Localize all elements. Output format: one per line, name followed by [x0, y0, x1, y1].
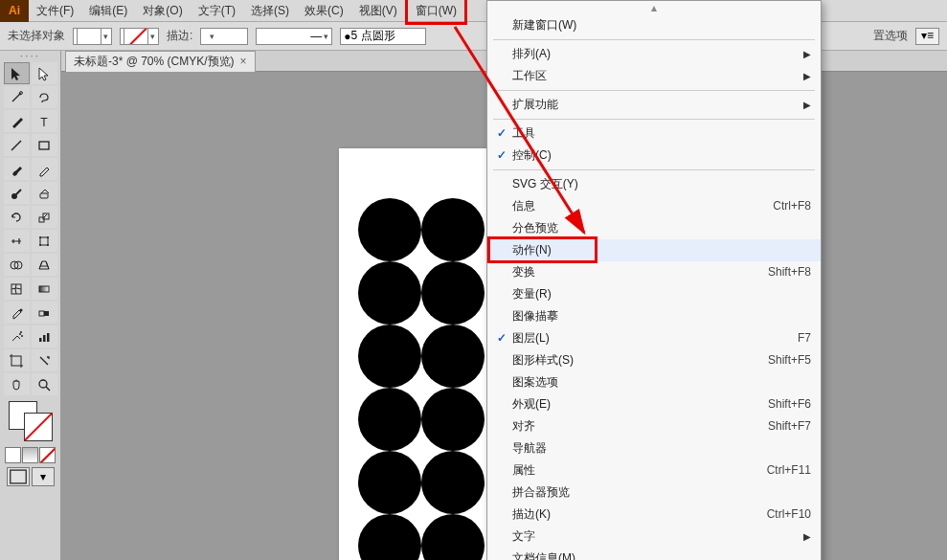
tool-scale[interactable] — [32, 206, 57, 228]
color-mode-none[interactable] — [39, 447, 56, 463]
tool-direct-selection[interactable] — [32, 62, 57, 84]
menu-item[interactable]: 对齐Shift+F7 — [487, 415, 821, 437]
dropdown-handle: ▴ — [487, 5, 821, 14]
menu-item-accel: Ctrl+F10 — [767, 505, 811, 524]
menu-select[interactable]: 选择(S) — [243, 0, 297, 22]
menu-item[interactable]: 图像描摹 — [487, 305, 821, 327]
menu-item-label: 图案选项 — [512, 373, 811, 392]
tool-rotate[interactable] — [4, 206, 30, 228]
fill-stroke-swatch[interactable] — [5, 401, 56, 443]
menu-type[interactable]: 文字(T) — [191, 0, 243, 22]
menu-item-label: 属性 — [512, 461, 767, 480]
tool-zoom[interactable] — [32, 373, 57, 395]
menu-view[interactable]: 视图(V) — [351, 0, 405, 22]
canvas-circle — [358, 388, 421, 451]
menu-edit[interactable]: 编辑(E) — [81, 0, 135, 22]
menu-file[interactable]: 文件(F) — [29, 0, 81, 22]
panel-handle[interactable] — [11, 55, 50, 60]
menu-item-label: 导航器 — [512, 439, 811, 458]
stroke-color-box[interactable] — [24, 413, 53, 441]
menu-item-accel: F7 — [798, 329, 811, 347]
stroke-swatch-dd[interactable]: ▾ — [120, 28, 159, 45]
tool-blend[interactable] — [32, 302, 57, 324]
canvas-circle — [358, 325, 421, 388]
tool-pen[interactable] — [4, 110, 30, 132]
svg-line-31 — [455, 27, 584, 233]
menu-window[interactable]: 窗口(W) — [405, 0, 467, 25]
menu-item[interactable]: 变换Shift+F8 — [487, 261, 821, 283]
menu-item[interactable]: 变量(R) — [487, 283, 821, 305]
tool-line[interactable] — [4, 134, 30, 156]
color-mode-gradient[interactable] — [22, 447, 38, 463]
tool-selection[interactable] — [4, 62, 30, 84]
fill-swatch-dd[interactable]: ▾ — [73, 28, 112, 45]
ctrl-placement-label: 置选项 — [873, 28, 908, 44]
canvas-circle — [421, 388, 485, 451]
svg-rect-17 — [39, 286, 49, 292]
submenu-arrow-icon: ▶ — [803, 67, 811, 85]
menu-item[interactable]: 导航器 — [487, 437, 821, 459]
tool-artboard[interactable] — [4, 349, 30, 371]
stroke-weight[interactable]: ▾ — [200, 28, 248, 45]
menu-item-label: 文档信息(M) — [512, 549, 811, 560]
tool-free-transform[interactable] — [32, 230, 57, 252]
tool-slice[interactable] — [32, 349, 57, 371]
color-mode-solid[interactable] — [5, 447, 21, 463]
menu-item-accel: Shift+F5 — [768, 351, 811, 370]
canvas-circle — [358, 451, 421, 514]
ctrl-more[interactable]: ▾≡ — [915, 28, 939, 45]
tool-hand[interactable] — [4, 373, 30, 395]
tool-blob-brush[interactable] — [4, 182, 30, 204]
doc-tab[interactable]: 未标题-3* @ 70% (CMYK/预览) × — [65, 51, 256, 72]
tool-shape-builder[interactable] — [4, 254, 30, 276]
tool-magic-wand[interactable] — [4, 86, 30, 108]
menu-item[interactable]: ✓图层(L)F7 — [487, 327, 821, 349]
menu-item-accel: Ctrl+F11 — [767, 461, 811, 480]
svg-point-10 — [39, 236, 41, 238]
menu-object[interactable]: 对象(O) — [135, 0, 190, 22]
tool-pencil[interactable] — [32, 158, 57, 180]
svg-text:T: T — [40, 116, 48, 129]
svg-point-21 — [19, 333, 21, 335]
menu-item[interactable]: 属性Ctrl+F11 — [487, 459, 821, 482]
svg-rect-20 — [44, 311, 49, 316]
tool-perspective[interactable] — [32, 254, 57, 276]
tools-panel: T ▾ — [0, 51, 61, 560]
menu-item[interactable]: 外观(E)Shift+F6 — [487, 393, 821, 415]
menu-item[interactable]: 文字▶ — [487, 526, 821, 548]
tool-width[interactable] — [4, 230, 30, 252]
menu-item[interactable]: 描边(K)Ctrl+F10 — [487, 504, 821, 526]
svg-rect-9 — [40, 237, 48, 245]
submenu-arrow-icon: ▶ — [803, 527, 811, 546]
screen-mode-normal[interactable] — [7, 467, 30, 486]
tool-eyedropper[interactable] — [4, 302, 30, 324]
tool-paintbrush[interactable] — [4, 158, 30, 180]
menu-effect[interactable]: 效果(C) — [297, 0, 351, 22]
canvas-circle — [421, 261, 485, 325]
stroke-profile[interactable]: —▾ — [256, 28, 332, 45]
tool-type[interactable]: T — [32, 110, 57, 132]
svg-point-12 — [39, 244, 41, 246]
stroke-label: 描边: — [167, 28, 192, 44]
tool-lasso[interactable] — [32, 86, 57, 108]
close-icon[interactable]: × — [240, 55, 247, 68]
doc-tab-title: 未标题-3* @ 70% (CMYK/预览) — [74, 54, 235, 70]
brush-def[interactable]: ● 5 点圆形 — [340, 28, 426, 45]
menu-item[interactable]: 图案选项 — [487, 371, 821, 393]
tool-mesh[interactable] — [4, 278, 30, 300]
menu-item-label: 对齐 — [512, 417, 768, 436]
screen-mode-dd[interactable]: ▾ — [32, 467, 55, 486]
menu-item-label: 图像描摹 — [512, 307, 811, 325]
screen-mode-row: ▾ — [7, 467, 55, 486]
menu-item[interactable]: 文档信息(M) — [487, 548, 821, 560]
canvas-circle — [421, 514, 485, 560]
tool-gradient[interactable] — [32, 278, 57, 300]
menu-item-label: 变量(R) — [512, 285, 811, 303]
menu-item[interactable]: 拼合器预览 — [487, 482, 821, 504]
tool-rectangle[interactable] — [32, 134, 57, 156]
tool-graph[interactable] — [32, 325, 57, 347]
tool-eraser[interactable] — [32, 182, 57, 204]
svg-line-8 — [44, 214, 47, 217]
tool-symbol-sprayer[interactable] — [4, 325, 30, 347]
menu-item[interactable]: 图形样式(S)Shift+F5 — [487, 349, 821, 371]
